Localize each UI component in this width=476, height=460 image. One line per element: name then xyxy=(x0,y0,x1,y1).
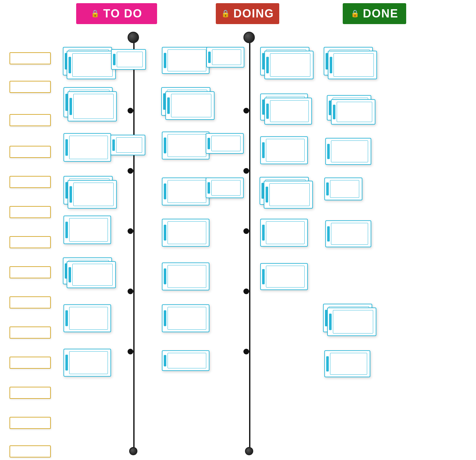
doing-card-7a xyxy=(162,304,209,332)
label-card-6 xyxy=(10,206,51,218)
todo-card-6b xyxy=(67,261,116,288)
done-label: DONE xyxy=(363,7,399,20)
label-card-13 xyxy=(10,417,51,429)
doing-card-5a xyxy=(162,219,209,247)
suction-top-left xyxy=(128,32,139,43)
todo-card-3b xyxy=(110,135,145,155)
done-lock-icon: 🔒 xyxy=(351,10,360,18)
done-card-8a xyxy=(324,350,370,377)
clip-right-1 xyxy=(243,108,249,113)
done-card-6a xyxy=(260,263,308,290)
done-card-1b xyxy=(264,51,314,79)
label-card-11 xyxy=(10,357,51,369)
label-card-3 xyxy=(10,114,51,126)
doing-card-8a xyxy=(162,350,209,371)
doing-card-4b xyxy=(206,178,244,198)
done-card-4c xyxy=(324,178,362,200)
clip-left-3 xyxy=(128,228,133,234)
label-card-2 xyxy=(10,81,51,93)
doing-card-1a xyxy=(162,47,209,74)
rope-left xyxy=(133,38,135,453)
doing-lock-icon: 🔒 xyxy=(221,10,230,18)
done-header: 🔒 DONE xyxy=(343,3,406,24)
clip-left-2 xyxy=(128,168,133,174)
suction-top-right xyxy=(243,32,255,43)
doing-card-3b xyxy=(206,133,244,154)
doing-card-3a xyxy=(162,132,209,159)
label-card-10 xyxy=(10,327,51,339)
todo-card-5a xyxy=(63,216,111,244)
label-card-14 xyxy=(10,445,51,457)
done-card-3a xyxy=(260,136,308,164)
todo-card-1b xyxy=(67,51,116,79)
rope-right xyxy=(249,38,250,453)
label-card-1 xyxy=(10,52,51,64)
clip-left-1 xyxy=(128,108,133,113)
clip-right-3 xyxy=(243,228,249,234)
label-card-8 xyxy=(10,266,51,278)
todo-card-4b xyxy=(68,180,117,209)
clip-left-5 xyxy=(128,349,133,354)
doing-header: 🔒 DOING xyxy=(216,3,279,24)
label-card-9 xyxy=(10,296,51,308)
label-card-7 xyxy=(10,236,51,248)
todo-card-2b xyxy=(68,91,117,121)
todo-card-8a xyxy=(63,349,111,377)
clip-right-2 xyxy=(243,168,249,174)
done-card-3b xyxy=(325,138,371,165)
todo-label: TO DO xyxy=(103,7,142,20)
done-card-1d xyxy=(328,51,377,79)
done-card-2d xyxy=(331,99,375,125)
doing-card-4a xyxy=(162,178,209,205)
todo-card-7a xyxy=(63,304,111,332)
doing-card-2b xyxy=(165,91,215,120)
clip-right-5 xyxy=(243,349,249,354)
done-card-5a xyxy=(260,219,308,247)
label-card-4 xyxy=(10,146,51,158)
done-card-2b xyxy=(264,98,312,125)
suction-bottom-right xyxy=(245,447,253,455)
todo-lock-icon: 🔒 xyxy=(91,10,100,18)
label-card-5 xyxy=(10,176,51,188)
clip-right-4 xyxy=(243,288,249,294)
todo-header: 🔒 TO DO xyxy=(76,3,157,24)
suction-bottom-left xyxy=(129,447,137,455)
done-card-4b xyxy=(264,181,313,209)
doing-card-1b xyxy=(206,47,244,68)
label-card-12 xyxy=(10,387,51,399)
clip-left-4 xyxy=(128,288,133,294)
done-card-5b xyxy=(325,220,371,247)
doing-card-6a xyxy=(162,262,209,290)
done-card-7b xyxy=(327,308,376,336)
doing-label: DOING xyxy=(234,7,274,20)
todo-card-1c xyxy=(111,49,146,70)
todo-card-3a xyxy=(63,133,111,162)
